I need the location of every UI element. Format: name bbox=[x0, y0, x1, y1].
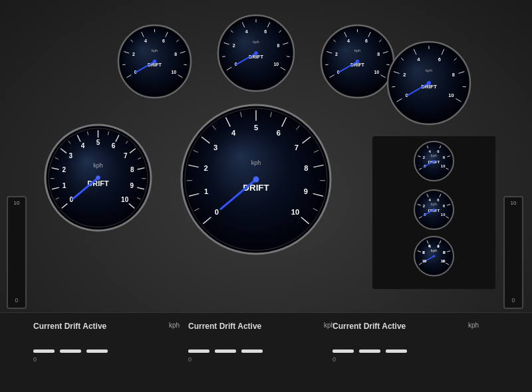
left-bar-bot-label: 0 bbox=[15, 297, 18, 304]
status-unit-1: kph bbox=[169, 322, 180, 329]
status-bar: Current Drift Active kph 0 Current Drift… bbox=[0, 312, 532, 392]
gauge-right-top bbox=[386, 40, 472, 129]
status-val-3: 0 bbox=[332, 356, 479, 363]
status-unit-3: kph bbox=[468, 322, 479, 329]
status-dash-2c bbox=[241, 349, 263, 353]
gauge-right-cluster bbox=[372, 136, 495, 292]
status-dash-2a bbox=[188, 349, 209, 353]
status-dash-1c bbox=[86, 349, 108, 353]
status-section-3: Current Drift Active kph 0 bbox=[332, 316, 479, 363]
status-val-2: 0 bbox=[188, 356, 334, 363]
dashboard: 10 0 10 0 Current Drift Active kph 0 Cur… bbox=[0, 0, 532, 392]
status-dash-1b bbox=[60, 349, 81, 353]
status-section-1: Current Drift Active kph 0 bbox=[33, 316, 180, 363]
status-dash-3a bbox=[332, 349, 354, 353]
right-bar-bot-label: 0 bbox=[511, 297, 515, 304]
left-bar-gauge: 10 0 bbox=[7, 196, 27, 309]
status-label-2: Current Drift Active bbox=[188, 322, 334, 331]
status-val-1: 0 bbox=[33, 356, 180, 363]
gauge-large-center bbox=[180, 103, 332, 258]
status-label-3: Current Drift Active bbox=[332, 322, 479, 331]
right-bar-top-label: 10 bbox=[511, 200, 517, 206]
gauge-top-right bbox=[319, 23, 396, 102]
status-dash-1a bbox=[33, 349, 55, 353]
right-bar-gauge: 10 0 bbox=[503, 196, 523, 309]
gauge-top-center bbox=[216, 13, 296, 96]
status-dash-2b bbox=[215, 349, 236, 353]
gauge-medium-left bbox=[43, 123, 153, 235]
status-dash-3b bbox=[359, 349, 380, 353]
status-dash-3c bbox=[386, 349, 407, 353]
gauge-top-left bbox=[116, 23, 193, 102]
status-section-2: Current Drift Active kph 0 bbox=[188, 316, 334, 363]
status-label-1: Current Drift Active bbox=[33, 322, 180, 331]
left-bar-top-label: 10 bbox=[14, 200, 20, 206]
